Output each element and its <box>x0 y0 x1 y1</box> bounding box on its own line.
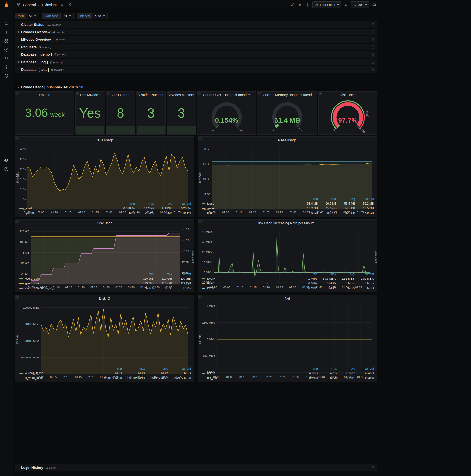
refresh-picker[interactable]: 30s <box>351 1 370 8</box>
svg-text:01:55: 01:55 <box>175 376 182 379</box>
panel-disk-used-chart: i Disk Used 0 GiB25 GiB50 GiB75 GiB100 G… <box>15 219 194 292</box>
panel-info-icon[interactable]: i <box>136 91 140 95</box>
panel-info-icon[interactable]: i <box>16 220 19 223</box>
dashboard-row-requests[interactable]: Requests(4 panels) <box>15 44 377 50</box>
time-range-picker[interactable]: Last 1 hour <box>312 1 341 8</box>
row-drag-handle[interactable] <box>371 38 375 41</box>
dashboard-settings-button[interactable] <box>305 2 311 8</box>
panel-title[interactable]: Current Memory Usage of taosd <box>257 91 317 98</box>
panel-info-icon[interactable]: i <box>198 220 202 223</box>
dashboard-row-database-demo[interactable]: Database: [ demo ](5 panels) <box>15 51 377 58</box>
row-drag-handle[interactable] <box>371 23 375 27</box>
svg-text:01:25: 01:25 <box>90 286 97 289</box>
dashboard-row-cluster-status[interactable]: Cluster Status(21 panels) <box>15 21 377 28</box>
panel-has-mnode: i Has MNode? Yes <box>75 91 105 135</box>
dashboard-row-dnode-usage[interactable]: DNode Usage [ huolinhe-TM1701:6030 ] <box>15 84 377 90</box>
panel-info-icon[interactable]: i <box>106 91 110 95</box>
row-drag-handle[interactable] <box>371 45 375 49</box>
svg-text:15%: 15% <box>20 178 26 181</box>
star-dashboard-button[interactable] <box>59 2 65 8</box>
row-drag-handle[interactable] <box>371 466 375 470</box>
configuration-gear-icon[interactable] <box>3 64 9 70</box>
panel-title[interactable]: Has MNode? <box>76 91 104 98</box>
alerting-bell-icon[interactable] <box>3 55 9 61</box>
dashboard-row-database-log[interactable]: Database: [ log ](5 panels) <box>15 59 377 65</box>
panel-menu-caret[interactable] <box>316 222 318 223</box>
cpu-usage-chart-canvas[interactable]: 0%5%10%15%20%25%30%01:0001:0501:1001:150… <box>16 144 194 201</box>
panel-info-icon[interactable]: i <box>76 91 79 95</box>
row-drag-handle[interactable] <box>371 53 375 56</box>
panel-title[interactable]: Disk IO <box>16 295 194 302</box>
svg-text:-1 Mb/s: -1 Mb/s <box>206 371 215 374</box>
dashboard-row-database-test[interactable]: Database: [ test ](5 panels) <box>15 67 377 73</box>
panel-menu-caret[interactable] <box>248 94 250 95</box>
ram-usage-chart-canvas[interactable]: 0 MB5 GB10 GB15 GB20 GB01:0001:0501:1001… <box>198 144 377 196</box>
svg-text:01:50: 01:50 <box>343 211 350 214</box>
panel-title[interactable]: Net <box>198 295 377 302</box>
panel-info-icon[interactable]: i <box>16 137 19 140</box>
variable-value-dropdown[interactable]: All <box>26 13 39 19</box>
panel-title[interactable]: Disk Used Increasing Rate per Minute <box>198 220 377 226</box>
svg-text:01:45: 01:45 <box>150 376 157 379</box>
zoom-out-time-button[interactable] <box>343 2 349 8</box>
grafana-logo[interactable] <box>3 2 9 8</box>
panel-info-icon[interactable]: i <box>257 91 261 95</box>
svg-text:01:15: 01:15 <box>249 211 256 214</box>
panel-info-icon[interactable]: i <box>16 91 19 95</box>
svg-text:01:55: 01:55 <box>174 211 181 214</box>
svg-text:01:00: 01:00 <box>210 286 217 289</box>
svg-text:Disk Used: Disk Used <box>192 251 194 263</box>
row-title: Login History <box>21 466 43 470</box>
panel-info-icon[interactable]: i <box>197 91 201 95</box>
panel-title[interactable]: CPU Usage <box>16 137 194 144</box>
variable-value-dropdown[interactable]: auto <box>92 13 108 19</box>
user-avatar[interactable] <box>3 157 9 163</box>
svg-text:01:10: 01:10 <box>63 376 69 379</box>
net-chart-canvas[interactable]: -1 Mb/s-0.50 Mb/s0 Mb/s0.500 Mb/s1 Mb/s0… <box>198 302 377 366</box>
add-panel-button[interactable] <box>289 2 295 8</box>
panel-title[interactable]: Disk Used <box>319 91 377 98</box>
svg-text:01:10: 01:10 <box>53 286 60 289</box>
disk-rate-chart-canvas[interactable]: -10 MB/s0 MB/s10 MB/s20 MB/s30 MB/s40 MB… <box>198 226 377 271</box>
panel-info-icon[interactable]: i <box>16 295 19 299</box>
create-plus-icon[interactable] <box>3 29 9 35</box>
panel-info-icon[interactable]: i <box>319 91 322 95</box>
panel-title[interactable]: RAM Usage <box>198 137 377 144</box>
row-drag-handle[interactable] <box>371 68 375 71</box>
panel-info-icon[interactable]: i <box>198 137 202 140</box>
chevron-down-icon <box>103 16 105 17</box>
variable-value-dropdown[interactable]: All <box>61 13 73 19</box>
panel-title[interactable]: VNodes Number <box>136 91 165 98</box>
row-panel-count: (1 panel) <box>45 466 56 469</box>
admin-shield-icon[interactable] <box>3 73 9 79</box>
save-dashboard-button[interactable] <box>297 2 303 8</box>
svg-text:01:35: 01:35 <box>303 211 310 214</box>
panel-title[interactable]: VNodes Masters <box>167 91 196 98</box>
disk-used-chart-canvas[interactable]: 0 GiB25 GiB50 GiB75 GiB100 GiB125 GiB97.… <box>16 226 194 271</box>
svg-text:0: 0 <box>211 128 214 131</box>
stat-value: 3 <box>167 98 196 127</box>
dashboards-icon[interactable] <box>3 38 9 44</box>
dashboard-row-login-history[interactable]: Login History (1 panel) <box>15 464 377 471</box>
panel-info-icon[interactable]: i <box>198 295 202 299</box>
share-dashboard-button[interactable] <box>67 2 73 8</box>
svg-text:01:35: 01:35 <box>119 211 126 214</box>
row-drag-handle[interactable] <box>371 60 375 64</box>
cycle-view-monitor-button[interactable] <box>371 2 377 8</box>
breadcrumb-section[interactable]: General <box>23 3 36 7</box>
panel-title[interactable]: Current CPU Usage of taosd <box>197 91 256 98</box>
search-icon[interactable] <box>3 21 9 27</box>
svg-text:01:20: 01:20 <box>88 376 94 379</box>
svg-text:01:25: 01:25 <box>276 211 283 214</box>
breadcrumb-page[interactable]: TDinsight <box>41 3 57 7</box>
disk-io-chart-canvas[interactable]: 0 MB/s0.000500 MB/s0.00100 MB/s0.00150 M… <box>16 302 194 366</box>
dashboard-row-dnodes-overview[interactable]: DNodes Overview(4 panels) <box>15 29 377 35</box>
dashboard-row-mnodes-overview[interactable]: MNodes Overview(2 panels) <box>15 36 377 43</box>
panel-title[interactable]: Uptime <box>16 91 74 98</box>
panel-title[interactable]: CPU Cores <box>106 91 135 98</box>
row-drag-handle[interactable] <box>371 30 375 34</box>
explore-compass-icon[interactable] <box>3 47 9 52</box>
panel-info-icon[interactable]: i <box>167 91 170 95</box>
help-icon[interactable] <box>3 166 9 172</box>
panel-title[interactable]: Disk Used <box>16 220 194 226</box>
